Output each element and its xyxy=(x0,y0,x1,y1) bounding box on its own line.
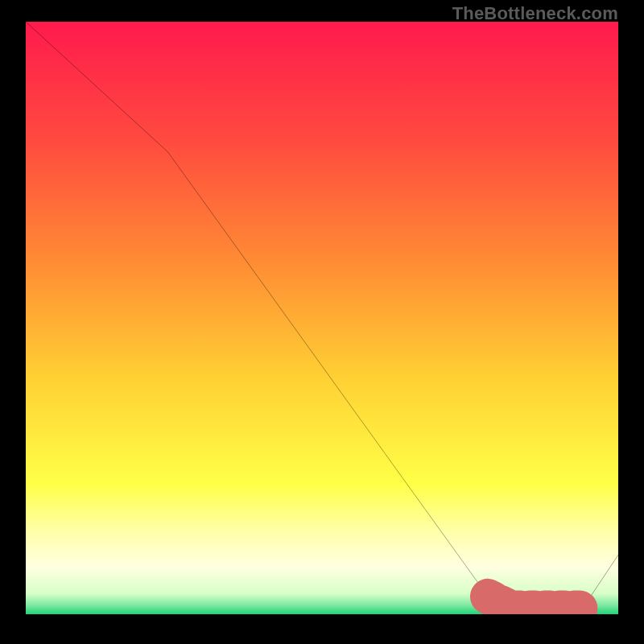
svg-rect-0 xyxy=(26,22,618,614)
chart-frame: TheBottleneck.com xyxy=(0,0,644,644)
plot-area xyxy=(26,22,618,618)
gradient-background xyxy=(26,22,618,614)
